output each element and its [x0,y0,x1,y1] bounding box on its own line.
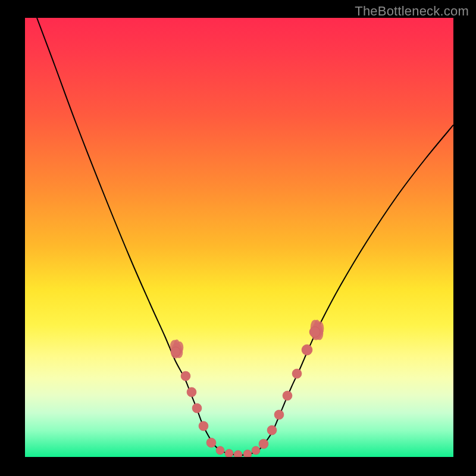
data-point [309,327,320,337]
data-point [292,369,302,378]
data-point [199,421,208,431]
markers-bottom [216,446,260,457]
data-point [234,450,242,457]
data-point [259,439,268,449]
data-point [187,387,196,397]
data-point [252,446,260,455]
data-point [171,347,180,356]
plot-area [25,18,453,457]
data-point [225,449,233,457]
data-point [274,410,284,419]
data-point [267,425,277,435]
data-point [181,371,190,381]
bottleneck-curve [25,18,453,457]
data-point [206,438,216,447]
data-point [243,450,252,457]
watermark-text: TheBottleneck.com [355,4,469,19]
chart-frame: TheBottleneck.com [0,0,476,476]
curve-path [37,18,453,455]
data-point [302,345,312,355]
data-point [283,391,292,400]
data-point [192,403,202,413]
markers-left [171,347,216,447]
data-point [216,446,224,455]
